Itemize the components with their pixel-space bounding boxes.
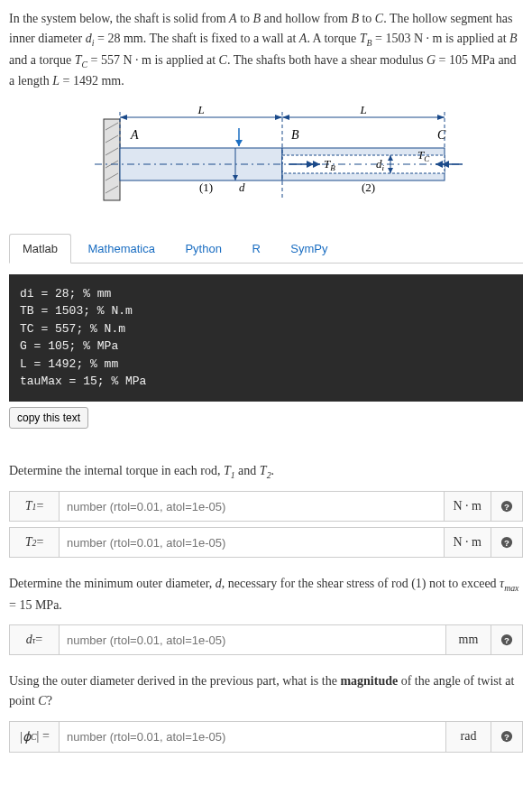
question-3: Using the outer diameter derived in the … (9, 671, 523, 712)
svg-marker-39 (235, 140, 243, 146)
tab-python[interactable]: Python (171, 234, 234, 263)
tab-r[interactable]: R (238, 234, 273, 263)
svg-text:?: ? (504, 538, 509, 548)
language-tabs: Matlab Mathematica Python R SymPy (9, 233, 523, 264)
svg-text:d: d (239, 180, 245, 194)
svg-marker-19 (437, 115, 445, 120)
svg-marker-16 (275, 115, 282, 120)
dim-L2: L (359, 103, 366, 116)
svg-text:(2): (2) (362, 180, 375, 194)
answer-row-t1: T1 = N · m ? (9, 491, 523, 522)
code-block: di = 28; % mm TB = 1503; % N.m TC = 557;… (9, 274, 523, 402)
copy-button[interactable]: copy this text (9, 407, 88, 429)
tab-sympy[interactable]: SymPy (277, 234, 341, 263)
tab-matlab[interactable]: Matlab (9, 234, 71, 264)
input-d[interactable] (60, 624, 446, 655)
svg-text:B: B (291, 128, 299, 142)
svg-text:(1): (1) (199, 180, 213, 194)
svg-text:?: ? (504, 635, 509, 645)
svg-text:?: ? (504, 502, 509, 512)
question-1: Determine the internal torque in each ro… (9, 461, 523, 482)
label-phi: |ϕC| = (9, 721, 60, 753)
problem-statement: In the system below, the shaft is solid … (9, 9, 523, 92)
question-2: Determine the minimum outer diameter, d,… (9, 574, 523, 615)
shaft-diagram: L L A B C TB TC di d (1) (2) (9, 103, 523, 215)
answer-row-phi: |ϕC| = rad ? (9, 721, 523, 753)
label-t2: T2 = (9, 527, 60, 558)
svg-text:C: C (437, 128, 446, 142)
svg-text:?: ? (504, 732, 509, 742)
help-icon[interactable]: ? (491, 721, 523, 753)
dim-L1: L (197, 103, 204, 116)
unit-t2: N · m (445, 527, 492, 558)
svg-marker-18 (282, 115, 289, 120)
help-icon[interactable]: ? (491, 491, 523, 522)
input-t2[interactable] (60, 527, 445, 558)
help-icon[interactable]: ? (491, 527, 523, 558)
input-phi[interactable] (60, 721, 446, 753)
input-t1[interactable] (60, 491, 445, 522)
unit-phi: rad (446, 721, 491, 753)
label-t1: T1 = (9, 491, 60, 522)
unit-d: mm (446, 624, 491, 655)
svg-rect-0 (104, 119, 120, 200)
help-icon[interactable]: ? (491, 624, 523, 655)
answer-row-t2: T2 = N · m ? (9, 527, 523, 558)
unit-t1: N · m (445, 491, 492, 522)
tab-mathematica[interactable]: Mathematica (75, 234, 169, 263)
svg-marker-15 (120, 115, 127, 120)
svg-text:A: A (130, 128, 139, 142)
answer-row-d: dτ = mm ? (9, 624, 523, 655)
label-d: dτ = (9, 624, 60, 655)
